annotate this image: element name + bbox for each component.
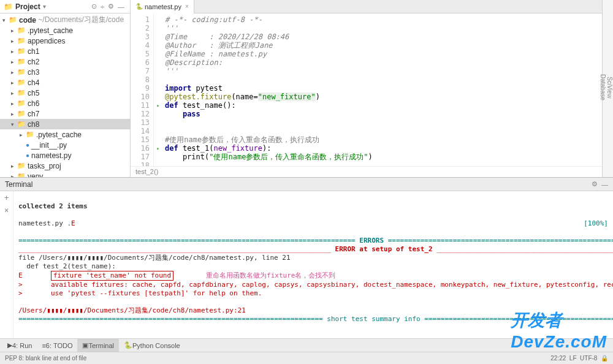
file-encoding[interactable]: UTF-8 bbox=[580, 355, 597, 362]
line-gutter: 12345678910111213141516171819202122 bbox=[131, 13, 154, 166]
add-icon[interactable]: + bbox=[4, 194, 9, 202]
folder-icon: 📁 bbox=[17, 58, 26, 66]
close-icon[interactable]: × bbox=[4, 206, 9, 214]
code-content[interactable]: # -*- coding:utf-8 -*-'''@Time : 2020/12… bbox=[162, 13, 602, 166]
bottom-tool-bar: ▶ 4: Run ≡ 6: TODO ▣ Terminal 🐍 Python C… bbox=[0, 338, 613, 352]
line-separator[interactable]: LF bbox=[569, 355, 577, 362]
todo-tool-button[interactable]: ≡ 6: TODO bbox=[37, 339, 77, 352]
hide-icon[interactable]: — bbox=[601, 181, 608, 188]
tree-item-ch1[interactable]: ▸📁ch1 bbox=[0, 46, 130, 56]
python-file-icon: ● bbox=[26, 142, 29, 148]
target-icon[interactable]: ⊙ bbox=[91, 2, 97, 10]
database-tool[interactable]: Database bbox=[600, 4, 606, 171]
folder-icon: 📁 bbox=[17, 89, 26, 97]
tree-item-ch2[interactable]: ▸📁ch2 bbox=[0, 56, 130, 67]
tree-item-label: ch2 bbox=[28, 58, 39, 66]
folder-icon: 📁 bbox=[17, 172, 26, 177]
tree-item-ch8[interactable]: ▾📁ch8 bbox=[0, 119, 130, 129]
terminal-tool-button[interactable]: ▣ Terminal bbox=[77, 339, 119, 352]
sidebar-header: 📁 Project ▾ ⊙ ÷ ⚙ — bbox=[0, 0, 130, 13]
tree-item-venv[interactable]: ▸📁venv bbox=[0, 171, 130, 177]
tree-item-__init__-py[interactable]: ●__init__.py bbox=[0, 140, 130, 150]
project-tree[interactable]: ▾📁 code ~/Documents/习题集/code ▸📁.pytest_c… bbox=[0, 13, 130, 177]
folder-icon: 📁 bbox=[17, 68, 26, 76]
chevron-down-icon[interactable]: ▾ bbox=[43, 3, 46, 10]
python-console-button[interactable]: 🐍 Python Console bbox=[119, 339, 185, 352]
tree-item-label: ch4 bbox=[28, 78, 39, 87]
close-icon[interactable]: × bbox=[185, 3, 189, 10]
tree-item-label: ch7 bbox=[28, 110, 39, 118]
tree-item-label: ch5 bbox=[28, 89, 39, 97]
python-file-icon: 🐍 bbox=[135, 3, 143, 10]
tree-item-ch6[interactable]: ▸📁ch6 bbox=[0, 98, 130, 108]
tree-item-label: ch3 bbox=[28, 68, 39, 77]
project-icon: 📁 bbox=[4, 2, 13, 11]
folder-icon: 📁 bbox=[17, 120, 26, 128]
code-editor[interactable]: 12345678910111213141516171819202122 ▸▸▸ … bbox=[131, 13, 602, 166]
gutter-marks: ▸▸▸ bbox=[154, 13, 162, 166]
run-tool-button[interactable]: ▶ 4: Run bbox=[2, 339, 37, 352]
gear-icon[interactable]: ⚙ bbox=[592, 180, 598, 188]
tab-nametest[interactable]: 🐍 nametest.py × bbox=[131, 0, 194, 13]
breadcrumb[interactable]: test_2() bbox=[131, 166, 602, 177]
tree-item-label: __init__.py bbox=[31, 141, 67, 150]
tree-item-ch5[interactable]: ▸📁ch5 bbox=[0, 88, 130, 98]
collapse-icon[interactable]: ÷ bbox=[101, 3, 104, 10]
folder-icon: 📁 bbox=[17, 78, 26, 86]
terminal-output[interactable]: collected 2 items nametest.py .E[100%] =… bbox=[13, 191, 613, 338]
editor-area: 🐍 nametest.py × 123456789101112131415161… bbox=[131, 0, 602, 177]
cursor-position[interactable]: 22:22 bbox=[550, 355, 566, 362]
gear-icon[interactable]: ⚙ bbox=[108, 2, 114, 10]
folder-icon: 📁 bbox=[17, 110, 26, 118]
tree-item-ch4[interactable]: ▸📁ch4 bbox=[0, 77, 130, 88]
tree-item-label: ch6 bbox=[28, 99, 39, 108]
tab-bar: 🐍 nametest.py × bbox=[131, 0, 602, 13]
project-sidebar: 📁 Project ▾ ⊙ ÷ ⚙ — ▾📁 code ~/Documents/… bbox=[0, 0, 131, 177]
lock-icon[interactable]: 🔒 bbox=[601, 355, 608, 362]
tab-label: nametest.py bbox=[145, 3, 181, 10]
terminal-panel: Terminal ⚙ — + × collected 2 items namet… bbox=[0, 177, 613, 338]
tree-item-label: ch1 bbox=[28, 47, 39, 56]
terminal-header: Terminal ⚙ — bbox=[0, 178, 613, 191]
tree-item-label: nametest.py bbox=[31, 151, 71, 160]
tree-item-label: ch8 bbox=[28, 120, 39, 129]
tree-item-label: tasks_proj bbox=[28, 162, 61, 170]
tree-item--pytest_cache[interactable]: ▸📁.pytest_cache bbox=[0, 25, 130, 36]
terminal-title: Terminal bbox=[5, 180, 32, 189]
folder-icon: 📁 bbox=[17, 37, 26, 45]
folder-icon: 📁 bbox=[26, 131, 34, 138]
tree-root[interactable]: ▾📁 code ~/Documents/习题集/code bbox=[0, 15, 130, 25]
folder-icon: 📁 bbox=[17, 162, 26, 170]
python-file-icon: ● bbox=[26, 152, 29, 159]
sidebar-title[interactable]: Project bbox=[15, 2, 40, 11]
tree-item-ch7[interactable]: ▸📁ch7 bbox=[0, 108, 130, 119]
tree-item-label: venv bbox=[28, 172, 43, 178]
tree-item-label: appendices bbox=[28, 37, 65, 45]
tree-item--pytest_cache[interactable]: ▸📁.pytest_cache bbox=[0, 129, 130, 140]
tree-item-ch3[interactable]: ▸📁ch3 bbox=[0, 67, 130, 77]
tree-item-label: .pytest_cache bbox=[36, 131, 82, 139]
status-message: PEP 8: blank line at end of file bbox=[5, 355, 86, 362]
status-bar: PEP 8: blank line at end of file 22:22 L… bbox=[0, 352, 613, 364]
folder-icon: 📁 bbox=[17, 26, 26, 34]
folder-icon: 📁 bbox=[17, 47, 26, 55]
tree-item-appendices[interactable]: ▸📁appendices bbox=[0, 36, 130, 46]
right-tool-stripe: SciView Database bbox=[602, 0, 613, 177]
tree-item-nametest-py[interactable]: ●nametest.py bbox=[0, 150, 130, 161]
folder-icon: 📁 bbox=[17, 99, 26, 107]
tree-item-label: .pytest_cache bbox=[28, 26, 73, 35]
sciview-tool[interactable]: SciView bbox=[606, 4, 613, 171]
terminal-toolbar: + × bbox=[0, 191, 13, 338]
hide-icon[interactable]: — bbox=[118, 3, 124, 10]
tree-item-tasks_proj[interactable]: ▸📁tasks_proj bbox=[0, 161, 130, 171]
